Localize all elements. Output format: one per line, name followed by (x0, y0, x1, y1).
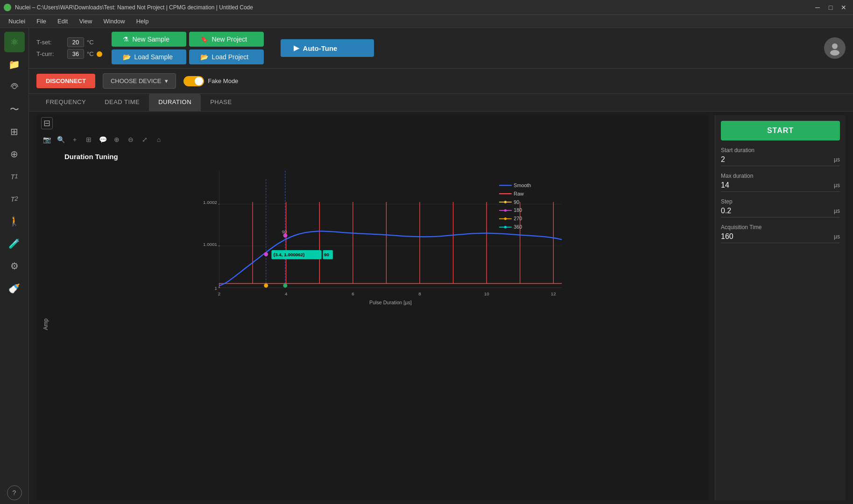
temperature-group: T-set: 20 °C T-curr: 36 °C (36, 37, 102, 59)
start-button[interactable]: START (721, 121, 840, 140)
choose-device-button[interactable]: CHOOSE DEVICE ▾ (103, 73, 176, 89)
sidebar-item-add[interactable]: ⊕ (4, 144, 25, 164)
minimize-button[interactable]: ─ (812, 2, 823, 13)
menu-nuclei[interactable]: Nuclei (4, 17, 30, 26)
svg-text:10: 10 (484, 291, 489, 296)
chart-toolbar: 📷 🔍 + ⊞ 💬 ⊕ ⊖ ⤢ ⌂ (36, 131, 709, 148)
menu-edit[interactable]: Edit (53, 17, 72, 26)
start-duration-input[interactable] (721, 155, 834, 164)
svg-text:(3.4, 1.000062): (3.4, 1.000062) (274, 252, 305, 257)
new-project-button[interactable]: 🔖 New Project (189, 32, 264, 47)
svg-text:Pulse Duration [µs]: Pulse Duration [µs] (369, 300, 412, 305)
comment-tool-button[interactable]: 💬 (97, 134, 108, 145)
sidebar-item-dashboard[interactable]: ⊞ (4, 121, 25, 142)
max-duration-unit: µs (834, 182, 840, 189)
user-avatar[interactable] (824, 37, 846, 59)
sidebar-item-misc[interactable]: 🍼 (4, 278, 25, 299)
disconnect-button[interactable]: DISCONNECT (36, 74, 95, 88)
sidebar-item-wifi[interactable] (4, 77, 25, 97)
svg-text:90: 90 (282, 229, 287, 234)
smooth-line (219, 231, 562, 286)
fake-mode-toggle[interactable] (183, 76, 204, 86)
chart-wrapper: Duration Tuning Amp 1 1.0001 1.0002 (36, 148, 709, 500)
temp-curr-value: 36 (67, 49, 84, 59)
raw-line (219, 202, 562, 287)
menu-view[interactable]: View (74, 17, 97, 26)
svg-text:90: 90 (324, 252, 329, 257)
step-row: µs (721, 207, 840, 217)
start-duration-row: µs (721, 155, 840, 166)
minus-box-button[interactable]: ⊖ (125, 134, 136, 145)
title-bar-left: Nuclei – C:\Users\WAR\Downloads\Test: Na… (4, 4, 253, 11)
sidebar-item-t2[interactable]: T2 (4, 189, 25, 209)
sidebar-item-t1[interactable]: T1 (4, 166, 25, 187)
window-controls[interactable]: ─ □ ✕ (812, 2, 849, 13)
zoom-plus-button[interactable]: + (69, 134, 80, 145)
title-bar: Nuclei – C:\Users\WAR\Downloads\Test: Na… (0, 0, 853, 15)
fake-mode-row: Fake Mode (183, 76, 238, 86)
svg-text:1.0001: 1.0001 (203, 242, 217, 247)
menu-help[interactable]: Help (132, 17, 154, 26)
temp-set-label: T-set: (36, 39, 64, 46)
sidebar-item-folder[interactable]: 📁 (4, 54, 25, 75)
add-box-button[interactable]: ⊕ (111, 134, 122, 145)
main-layout: ⚛ 📁 〜 ⊞ ⊕ T1 T2 🚶 🧪 ⚙ 🍼 ? T-set: 20 °C (0, 28, 853, 504)
acq-time-group: Acquisition Time µs (721, 224, 840, 243)
fake-mode-label: Fake Mode (208, 77, 238, 84)
svg-point-38 (504, 217, 507, 220)
split-view-icon[interactable]: ⊟ (41, 117, 53, 129)
marker-tooltip-orange (264, 283, 268, 287)
step-input[interactable] (721, 207, 834, 215)
tab-duration[interactable]: DURATION (149, 94, 201, 111)
tab-phase[interactable]: PHASE (201, 94, 241, 111)
chart-container: ⊟ 📷 🔍 + ⊞ 💬 ⊕ ⊖ ⤢ ⌂ Duration Tuning (29, 112, 853, 504)
svg-text:1.0002: 1.0002 (203, 200, 217, 205)
step-label: Step (721, 198, 840, 205)
svg-text:2: 2 (218, 291, 220, 296)
svg-text:12: 12 (551, 291, 556, 296)
zoom-in-tool-button[interactable]: 🔍 (55, 134, 66, 145)
home-reset-button[interactable]: ⌂ (153, 134, 164, 145)
autotune-button[interactable]: ▶ Auto-Tune (281, 39, 374, 57)
expand-button[interactable]: ⤢ (139, 134, 150, 145)
svg-text:6: 6 (352, 291, 354, 296)
close-button[interactable]: ✕ (838, 2, 849, 13)
camera-tool-button[interactable]: 📷 (41, 134, 52, 145)
sidebar-item-tube[interactable]: 🧪 (4, 233, 25, 254)
max-duration-input[interactable] (721, 181, 834, 189)
load-project-button[interactable]: 📂 Load Project (189, 49, 264, 64)
sidebar-item-person[interactable]: 🚶 (4, 211, 25, 231)
step-group: Step µs (721, 198, 840, 217)
device-row: DISCONNECT CHOOSE DEVICE ▾ Fake Mode (29, 69, 853, 94)
play-icon: ▶ (294, 44, 299, 52)
maximize-button[interactable]: □ (825, 2, 836, 13)
svg-point-0 (13, 85, 16, 89)
right-panel: START Start duration µs Max duration µs (715, 115, 846, 500)
sidebar-item-chart[interactable]: 〜 (4, 99, 25, 119)
sidebar-item-settings[interactable]: ⚙ (4, 256, 25, 276)
marker-90-green (283, 283, 287, 287)
temp-indicator (97, 51, 102, 57)
tab-dead-time[interactable]: DEAD TIME (95, 94, 149, 111)
step-unit: µs (834, 208, 840, 214)
start-duration-label: Start duration (721, 147, 840, 154)
marker-tooltip (264, 252, 268, 256)
new-sample-button[interactable]: ⚗ New Sample (112, 32, 186, 47)
sidebar-item-home[interactable]: ⚛ (4, 32, 25, 52)
chart-svg: 1 1.0001 1.0002 2 4 6 (64, 162, 700, 321)
acq-time-input[interactable] (721, 232, 834, 241)
tab-frequency[interactable]: FREQUENCY (36, 94, 95, 111)
max-duration-label: Max duration (721, 173, 840, 179)
svg-text:180: 180 (514, 207, 522, 213)
menu-file[interactable]: File (32, 17, 51, 26)
menu-bar: Nuclei File Edit View Window Help (0, 15, 853, 28)
sample-project-buttons: ⚗ New Sample 🔖 New Project 📂 Load Sample… (112, 32, 264, 64)
sidebar-item-help[interactable]: ? (7, 485, 22, 500)
menu-window[interactable]: Window (99, 17, 129, 26)
load-sample-button[interactable]: 📂 Load Sample (112, 49, 186, 64)
folder-icon: 📂 (200, 53, 208, 61)
svg-text:1: 1 (215, 286, 217, 291)
sidebar: ⚛ 📁 〜 ⊞ ⊕ T1 T2 🚶 🧪 ⚙ 🍼 ? (0, 28, 29, 504)
grid-tool-button[interactable]: ⊞ (83, 134, 94, 145)
acq-time-row: µs (721, 232, 840, 243)
